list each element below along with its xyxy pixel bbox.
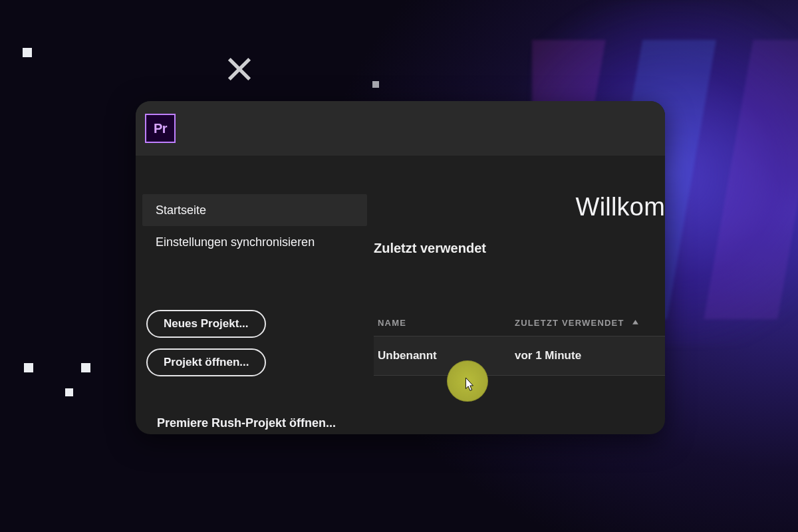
sidebar-item-home[interactable]: Startseite <box>142 194 367 226</box>
open-project-button[interactable]: Projekt öffnen... <box>146 348 266 376</box>
recent-area: Willkom Zuletzt verwendet NAME ZULETZT V… <box>374 156 665 434</box>
decorative-square <box>24 363 33 372</box>
column-name[interactable]: NAME <box>378 318 515 328</box>
decorative-square <box>81 363 90 372</box>
sidebar-item-sync-settings[interactable]: Einstellungen synchronisieren <box>142 226 367 258</box>
decorative-square <box>23 48 32 57</box>
project-name-cell: Unbenannt <box>378 349 515 362</box>
welcome-title: Willkom <box>576 193 665 221</box>
close-icon[interactable] <box>225 55 254 84</box>
new-project-button[interactable]: Neues Projekt... <box>146 310 266 338</box>
column-last-used[interactable]: ZULETZT VERWENDET <box>515 318 661 328</box>
column-label: NAME <box>378 318 406 328</box>
welcome-panel: Pr Startseite Einstellungen synchronisie… <box>136 101 665 434</box>
open-rush-project-link[interactable]: Premiere Rush-Projekt öffnen... <box>157 416 336 430</box>
recent-heading: Zuletzt verwendet <box>374 241 486 256</box>
decorative-square <box>372 81 379 88</box>
link-label: Premiere Rush-Projekt öffnen... <box>157 416 336 430</box>
panel-body: Startseite Einstellungen synchronisieren… <box>136 156 665 434</box>
table-row[interactable]: Unbenannt vor 1 Minute <box>374 336 665 376</box>
button-label: Neues Projekt... <box>164 317 249 331</box>
panel-header: Pr <box>136 101 665 156</box>
app-logo: Pr <box>145 114 176 143</box>
project-buttons: Neues Projekt... Projekt öffnen... <box>142 310 367 387</box>
sort-ascending-icon <box>631 319 640 327</box>
sidebar: Startseite Einstellungen synchronisieren… <box>136 156 374 434</box>
project-last-used-cell: vor 1 Minute <box>515 349 661 362</box>
column-label: ZULETZT VERWENDET <box>515 318 624 328</box>
app-logo-text: Pr <box>154 121 167 136</box>
button-label: Projekt öffnen... <box>164 356 249 369</box>
recent-table: NAME ZULETZT VERWENDET Unbenannt vor 1 M… <box>374 318 665 376</box>
decorative-square <box>65 388 73 396</box>
sidebar-item-label: Einstellungen synchronisieren <box>156 235 315 249</box>
table-header: NAME ZULETZT VERWENDET <box>374 318 665 336</box>
sidebar-item-label: Startseite <box>156 203 206 217</box>
